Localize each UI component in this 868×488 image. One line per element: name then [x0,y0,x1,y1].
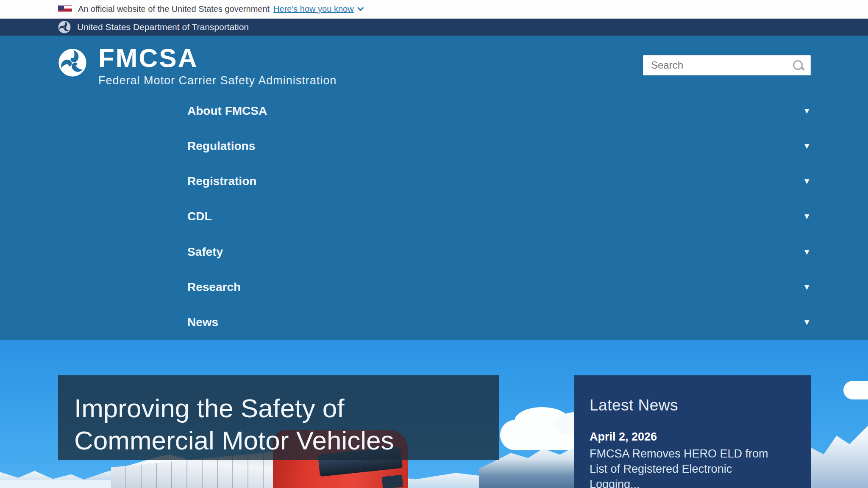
truck-side-window [382,475,403,488]
hero-title-box: Improving the Safety of Commercial Motor… [58,375,499,460]
chevron-down-icon[interactable]: ▼ [803,212,811,221]
nav-item-regulations[interactable]: Regulations ▼ [0,128,868,164]
search-icon[interactable] [793,60,804,72]
nav-label: Safety [187,245,223,259]
triskelion-icon [58,48,87,77]
nav-item-research[interactable]: Research ▼ [0,269,868,305]
chevron-down-icon[interactable]: ▼ [803,283,811,292]
nav-item-cdl[interactable]: CDL ▼ [0,199,868,234]
latest-news-heading: Latest News [590,396,794,414]
fmcsa-full-name: Federal Motor Carrier Safety Administrat… [98,74,337,87]
us-flag-icon [58,6,72,13]
news-date: April 2, 2026 [590,430,794,444]
nav-item-about-fmcsa[interactable]: About FMCSA ▼ [0,93,868,128]
main-nav: About FMCSA ▼ Regulations ▼ Registration… [0,93,868,340]
nav-label: News [187,316,218,329]
hero-section: Improving the Safety of Commercial Motor… [0,340,868,488]
chevron-down-icon[interactable]: ▼ [803,141,811,151]
site-header: FMCSA Federal Motor Carrier Safety Admin… [0,36,868,93]
dot-banner: United States Department of Transportati… [0,19,868,36]
fmcsa-acronym: FMCSA [98,45,337,71]
chevron-down-icon[interactable]: ▼ [803,177,811,186]
gov-banner-text: An official website of the United States… [78,4,270,14]
nav-item-news[interactable]: News ▼ [0,305,868,340]
dot-triskelion-icon [58,21,71,33]
nav-item-registration[interactable]: Registration ▼ [0,164,868,199]
nav-item-safety[interactable]: Safety ▼ [0,234,868,269]
chevron-down-icon[interactable] [357,5,364,11]
nav-label: Registration [187,175,256,188]
nav-label: Research [187,280,241,294]
nav-label: CDL [187,210,212,223]
news-item: April 2, 2026 FMCSA Removes HERO ELD fro… [590,430,794,488]
fmcsa-homepage: An official website of the United States… [0,0,868,488]
hero-title: Improving the Safety of Commercial Motor… [58,375,499,457]
chevron-down-icon[interactable]: ▼ [803,247,811,257]
search-box [643,55,811,75]
usa-gov-banner: An official website of the United States… [0,0,868,19]
nav-label: Regulations [187,139,255,153]
chevron-down-icon[interactable]: ▼ [803,318,811,327]
fmcsa-logo[interactable]: FMCSA Federal Motor Carrier Safety Admin… [58,45,337,87]
cloud [843,381,868,399]
latest-news-panel: Latest News April 2, 2026 FMCSA Removes … [574,375,811,488]
chevron-down-icon[interactable]: ▼ [803,106,811,116]
search-input[interactable] [643,55,810,75]
heres-how-you-know-link[interactable]: Here's how you know [273,4,353,14]
nav-label: About FMCSA [187,104,267,118]
dot-banner-text: United States Department of Transportati… [77,22,249,32]
news-link[interactable]: FMCSA Removes HERO ELD from List of Regi… [590,446,785,488]
